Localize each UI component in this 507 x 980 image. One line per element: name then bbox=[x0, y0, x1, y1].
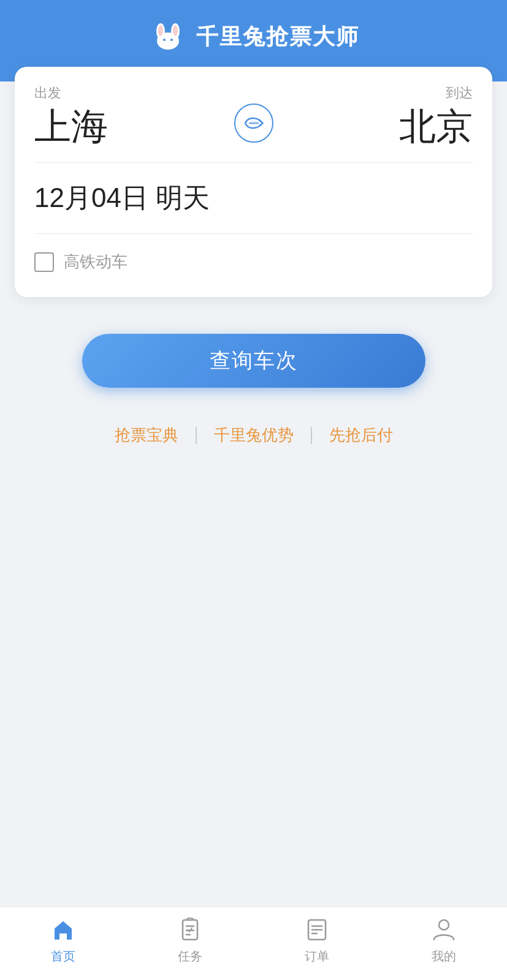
link-advantage[interactable]: 千里兔优势 bbox=[197, 424, 311, 446]
filter-section[interactable]: 高铁动车 bbox=[34, 234, 473, 277]
swap-button[interactable] bbox=[234, 104, 273, 143]
rabbit-logo-icon bbox=[148, 23, 188, 52]
nav-item-profile[interactable]: 我的 bbox=[380, 907, 507, 974]
nav-label-home: 首页 bbox=[51, 948, 75, 965]
from-section[interactable]: 出发 上海 bbox=[34, 84, 108, 145]
from-label: 出发 bbox=[34, 84, 108, 102]
nav-label-task: 任务 bbox=[178, 948, 202, 965]
content-area: 查询车次 抢票宝典 千里兔优势 先抢后付 bbox=[0, 297, 507, 907]
svg-point-6 bbox=[170, 39, 173, 41]
link-pay-later[interactable]: 先抢后付 bbox=[312, 424, 410, 446]
svg-point-7 bbox=[158, 25, 163, 36]
to-section[interactable]: 到达 北京 bbox=[399, 84, 473, 145]
nav-label-order: 订单 bbox=[305, 948, 329, 965]
svg-point-5 bbox=[163, 39, 166, 41]
user-icon bbox=[430, 916, 457, 943]
app-title: 千里兔抢票大师 bbox=[196, 22, 359, 52]
date-section[interactable]: 12月04日 明天 bbox=[34, 163, 473, 234]
to-city: 北京 bbox=[399, 108, 473, 145]
search-button[interactable]: 查询车次 bbox=[82, 334, 425, 388]
link-ticket-guide[interactable]: 抢票宝典 bbox=[97, 424, 196, 446]
task-icon bbox=[177, 916, 204, 943]
filter-checkbox[interactable] bbox=[34, 252, 54, 272]
nav-item-home[interactable]: 首页 bbox=[0, 907, 127, 974]
route-section: 出发 上海 到达 北京 bbox=[34, 84, 473, 163]
nav-item-order[interactable]: 订单 bbox=[254, 907, 381, 974]
train-swap-icon bbox=[243, 115, 265, 131]
to-label: 到达 bbox=[446, 84, 473, 102]
nav-label-profile: 我的 bbox=[432, 948, 456, 965]
search-card: 出发 上海 到达 北京 12月04日 明天 bbox=[15, 67, 492, 297]
bottom-nav: 首页 任务 订单 bbox=[0, 907, 507, 980]
svg-point-12 bbox=[439, 920, 449, 930]
nav-item-task[interactable]: 任务 bbox=[127, 907, 254, 974]
from-city: 上海 bbox=[34, 108, 108, 145]
links-row: 抢票宝典 千里兔优势 先抢后付 bbox=[97, 424, 410, 446]
filter-label: 高铁动车 bbox=[64, 251, 128, 273]
home-icon bbox=[50, 916, 77, 943]
date-display: 12月04日 明天 bbox=[34, 183, 210, 213]
svg-point-8 bbox=[173, 25, 178, 36]
order-icon bbox=[303, 916, 330, 943]
